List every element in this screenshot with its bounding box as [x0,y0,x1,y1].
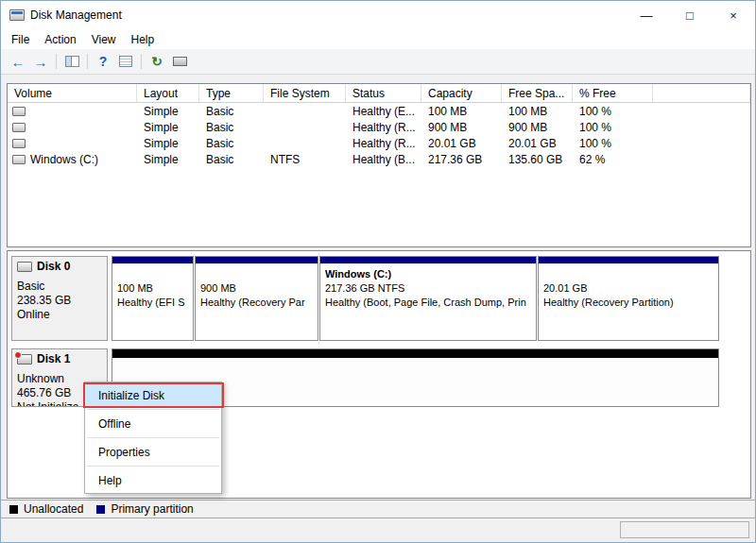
window-title: Disk Management [30,8,122,22]
minimize-button[interactable]: — [625,1,668,29]
cell-layout: Simple [137,121,199,134]
cell-capacity: 20.01 GB [421,137,502,150]
primary-partition-stripe [539,257,718,263]
disk0-partitions: 100 MB Healthy (EFI S 900 MB Healthy (Re… [112,256,719,341]
cell-volume [8,107,137,116]
primary-partition-stripe [112,257,193,263]
column-header-file-system[interactable]: File System [264,84,346,102]
volume-list-panel: Volume Layout Type File System Status Ca… [7,83,751,247]
cell-type: Basic [199,105,264,118]
column-header-type[interactable]: Type [199,84,264,102]
toolbar [1,49,755,75]
menu-file[interactable]: File [4,30,37,49]
cell-type: Basic [199,153,264,166]
maximize-button[interactable]: □ [668,1,712,29]
cell-layout: Simple [137,105,199,118]
partition-status: Healthy (Boot, Page File, Crash Dump, Pr… [325,296,531,310]
table-row[interactable]: Windows (C:) Simple Basic NTFS Healthy (… [8,151,750,167]
context-menu-item-offline[interactable]: Offline [85,413,221,434]
unallocated-label: Unallocated [24,502,83,516]
cell-free-space: 100 MB [502,105,573,118]
partition-status: Healthy (EFI S [117,296,188,310]
cell-volume [8,139,137,148]
column-header-free-space[interactable]: Free Spa... [502,84,573,102]
show-action-pane-button[interactable] [115,51,136,72]
console-tree-icon [65,56,79,67]
partition-recovery-1[interactable]: 900 MB Healthy (Recovery Par [195,256,318,341]
partition-efi[interactable]: 100 MB Healthy (EFI S [112,256,194,341]
volume-icon [12,155,26,164]
disk0-name: Disk 0 [37,260,70,273]
cell-type: Basic [199,121,264,134]
cell-free-space: 20.01 GB [502,137,573,150]
toolbar-separator [141,54,142,69]
cell-capacity: 100 MB [421,105,502,118]
title-bar: Disk Management — □ × [1,1,755,29]
window-controls: — □ × [625,1,755,29]
context-menu: Initialize Disk Offline Properties Help [84,382,222,494]
back-button[interactable] [8,51,28,72]
menu-bar: File Action View Help [1,29,755,49]
partition-name: Windows (C:) [325,267,531,281]
show-console-tree-button[interactable] [61,51,82,72]
close-button[interactable]: × [712,1,755,29]
help-button[interactable] [93,51,113,72]
forward-arrow-icon [34,54,48,70]
partition-size: 100 MB [117,281,188,296]
table-row[interactable]: Simple Basic Healthy (R... 20.01 GB 20.0… [8,135,750,151]
column-header-empty [653,84,750,102]
partition-size: 20.01 GB [543,281,713,296]
refresh-icon [151,54,163,69]
menu-view[interactable]: View [84,30,124,49]
rescan-disks-icon [173,57,187,66]
cell-capacity: 900 MB [421,121,502,134]
disk-icon [17,262,32,272]
back-arrow-icon [11,54,26,70]
cell-type: Basic [199,137,264,150]
menu-help[interactable]: Help [124,30,163,49]
cell-pct-free: 100 % [573,121,653,134]
column-header-volume[interactable]: Volume [8,84,137,102]
action-pane-icon [119,56,132,67]
unallocated-stripe [112,349,718,358]
help-icon [99,54,108,69]
cell-status: Healthy (E... [346,105,421,118]
toolbar-separator [56,54,57,69]
primary-partition-swatch [96,505,105,514]
toolbar-separator [87,54,88,69]
table-row[interactable]: Simple Basic Healthy (R... 900 MB 900 MB… [8,119,750,135]
disk0-size: 238.35 GB [17,294,102,308]
menu-action[interactable]: Action [37,30,83,49]
cell-status: Healthy (R... [346,121,421,134]
disk1-name: Disk 1 [37,352,70,365]
menu-separator [87,409,219,410]
column-header-layout[interactable]: Layout [137,84,199,102]
cell-pct-free: 62 % [573,153,653,166]
forward-button[interactable] [30,51,51,72]
error-badge-icon [14,351,22,359]
unallocated-swatch [9,505,18,514]
cell-status: Healthy (B... [346,153,421,166]
context-menu-item-properties[interactable]: Properties [85,441,221,463]
context-menu-item-help[interactable]: Help [85,469,221,491]
context-menu-item-initialize-disk[interactable]: Initialize Disk [85,384,221,406]
cell-free-space: 900 MB [502,121,573,134]
cell-pct-free: 100 % [573,105,653,118]
disk-management-app-icon [9,9,25,21]
volume-table-header: Volume Layout Type File System Status Ca… [8,84,750,103]
cell-file-system: NTFS [264,153,346,166]
partition-recovery-2[interactable]: 20.01 GB Healthy (Recovery Partition) [538,256,719,341]
column-header-capacity[interactable]: Capacity [421,84,502,102]
partition-windows-c[interactable]: Windows (C:) 217.36 GB NTFS Healthy (Boo… [319,256,537,341]
column-header-status[interactable]: Status [346,84,421,102]
refresh-button[interactable] [146,51,167,72]
rescan-disks-button[interactable] [169,51,190,72]
column-header-pct-free[interactable]: % Free [573,84,653,102]
partition-size: 900 MB [200,281,313,296]
primary-partition-stripe [320,257,536,263]
menu-separator [87,437,219,438]
cell-layout: Simple [137,153,199,166]
disk0-header[interactable]: Disk 0 Basic 238.35 GB Online [11,256,108,341]
volume-icon [12,139,26,148]
table-row[interactable]: Simple Basic Healthy (E... 100 MB 100 MB… [8,103,750,119]
